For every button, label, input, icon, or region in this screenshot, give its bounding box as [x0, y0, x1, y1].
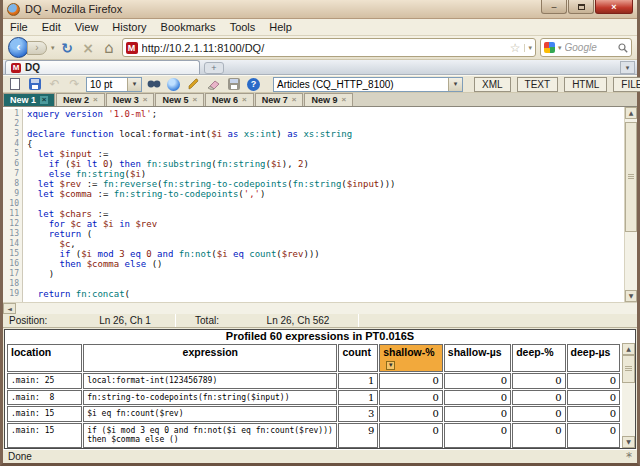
minimize-icon: –	[551, 2, 556, 12]
minimize-button[interactable]: –	[541, 0, 567, 14]
search-box[interactable]: ▾	[540, 38, 632, 57]
browser-status-bar: Done *	[3, 449, 637, 463]
history-dropdown-icon[interactable]: ▾	[51, 44, 55, 52]
editor-tab-new-7[interactable]: New 7×	[255, 93, 304, 106]
url-dropdown-icon[interactable]: ▾	[524, 44, 532, 52]
scrollbar-track[interactable]	[622, 383, 635, 436]
undo-icon[interactable]: ↶	[46, 77, 63, 92]
scroll-down-icon[interactable]: ▼	[622, 436, 635, 448]
save-as-icon[interactable]	[225, 77, 242, 92]
code-editor[interactable]: 12345678910111213141516171819 xquery ver…	[3, 107, 624, 302]
menu-history[interactable]: History	[105, 20, 153, 34]
bookmark-star-icon[interactable]: ☆	[510, 41, 521, 55]
menu-edit[interactable]: Edit	[35, 20, 68, 34]
code-content[interactable]: xquery version '1.0-ml'; declare functio…	[23, 109, 624, 302]
scroll-left-icon[interactable]: ◄	[3, 303, 16, 314]
close-tab-icon[interactable]: ×	[143, 96, 148, 104]
stop-button[interactable]: ×	[80, 40, 97, 56]
profiler-vertical-scrollbar[interactable]: ▲ ▼	[622, 343, 635, 448]
editor-tab-new-5[interactable]: New 5×	[155, 93, 204, 106]
editor-tab-new-2[interactable]: New 2×	[56, 93, 105, 106]
editor-tab-new-6[interactable]: New 6×	[205, 93, 254, 106]
close-button[interactable]: ×	[595, 0, 633, 14]
save-icon[interactable]	[26, 77, 43, 92]
new-tab-button[interactable]: +	[204, 62, 224, 74]
editor-tab-new-1[interactable]: New 1×	[3, 93, 55, 106]
home-button[interactable]: ⌂	[101, 39, 118, 57]
scroll-up-icon[interactable]: ▲	[622, 343, 635, 355]
column-header-location[interactable]: location	[7, 344, 82, 372]
pen-icon[interactable]	[185, 77, 202, 92]
scrollbar-thumb[interactable]	[622, 355, 635, 383]
eraser-icon[interactable]	[205, 77, 222, 92]
menu-view[interactable]: View	[68, 20, 106, 34]
cell-location: .main: 25	[7, 373, 82, 389]
column-header-shallow-µs[interactable]: shallow-µs	[444, 344, 511, 372]
close-tab-icon[interactable]: ×	[292, 96, 297, 104]
close-tab-icon[interactable]: ×	[40, 96, 48, 104]
menu-file[interactable]: File	[3, 20, 35, 34]
line-number: 2	[3, 119, 19, 129]
line-number: 4	[3, 139, 19, 149]
view-button-file[interactable]: FILE	[613, 77, 640, 92]
menu-tools[interactable]: Tools	[223, 20, 263, 34]
view-button-text[interactable]: TEXT	[517, 77, 559, 92]
column-header-label: location	[11, 346, 51, 358]
line-number: 12	[3, 219, 19, 229]
column-header-deep-%[interactable]: deep-%	[512, 344, 565, 372]
reload-button[interactable]: ↻	[59, 40, 76, 56]
editor-horizontal-scrollbar[interactable]: ◄	[3, 302, 637, 314]
globe-icon[interactable]	[165, 77, 182, 92]
column-header-count[interactable]: count	[338, 344, 378, 372]
scroll-up-icon[interactable]: ▲	[625, 107, 637, 119]
sort-direction-icon[interactable]: ▼	[386, 361, 395, 370]
list-all-tabs-button[interactable]: ▾	[620, 61, 635, 74]
line-number: 16	[3, 259, 19, 269]
close-tab-icon[interactable]: ×	[341, 96, 346, 104]
tab-dq[interactable]: M DQ	[5, 60, 200, 74]
menu-bookmarks[interactable]: Bookmarks	[154, 20, 223, 34]
editor-tab-new-9[interactable]: New 9×	[304, 93, 353, 106]
url-input[interactable]	[142, 42, 506, 54]
menu-help[interactable]: Help	[262, 20, 299, 34]
url-bar[interactable]: M ☆ ▾	[122, 38, 536, 57]
back-icon: ‹	[16, 39, 20, 54]
column-header-expression[interactable]: expression	[83, 344, 337, 372]
search-engine-icon[interactable]	[544, 42, 555, 53]
total-value: Ln 26, Ch 562	[238, 314, 358, 327]
column-header-shallow-%[interactable]: shallow-%▼	[379, 344, 443, 372]
editor-tab-new-3[interactable]: New 3×	[106, 93, 155, 106]
view-button-html[interactable]: HTML	[564, 77, 607, 92]
find-icon[interactable]	[145, 77, 162, 92]
scrollbar-track[interactable]	[625, 235, 637, 290]
search-engine-dropdown-icon[interactable]: ▾	[558, 44, 562, 52]
scroll-down-icon[interactable]: ▼	[625, 290, 637, 302]
magnifier-icon[interactable]	[618, 43, 628, 53]
cell-expression: local:format-int(123456789)	[83, 373, 337, 389]
editor-vertical-scrollbar[interactable]: ▲ ▼	[624, 107, 637, 302]
cell-expression: fn:string-to-codepoints(fn:string($input…	[83, 390, 337, 406]
redo-icon[interactable]: ↷	[66, 77, 83, 92]
font-size-select[interactable]: 10 pt ▾	[86, 77, 142, 92]
title-bar: DQ - Mozilla Firefox – ×	[3, 0, 637, 19]
close-tab-icon[interactable]: ×	[192, 96, 197, 104]
cell-location: .main: 15	[7, 423, 82, 448]
forward-button[interactable]: ›	[27, 41, 47, 55]
view-button-xml[interactable]: XML	[474, 77, 511, 92]
column-header-deep-µs[interactable]: deep-µs	[567, 344, 620, 372]
tab-label: DQ	[25, 62, 40, 73]
help-icon[interactable]: ?	[245, 77, 262, 92]
browser-tab-bar: M DQ + ▾	[3, 60, 637, 75]
scrollbar-track[interactable]	[16, 303, 637, 314]
scrollbar-thumb[interactable]	[625, 122, 637, 232]
new-document-icon[interactable]	[6, 77, 23, 92]
close-tab-icon[interactable]: ×	[242, 96, 247, 104]
cell-deep-pct: 0	[512, 373, 565, 389]
close-tab-icon[interactable]: ×	[93, 96, 98, 104]
collection-select[interactable]: Articles (CQ_HTTP_8100) ▾	[273, 77, 463, 92]
tab-favicon: M	[11, 63, 21, 73]
search-input[interactable]	[565, 42, 615, 53]
maximize-button[interactable]	[568, 0, 594, 14]
code-line: let $input :=	[27, 149, 624, 159]
back-button[interactable]: ‹	[8, 37, 29, 58]
